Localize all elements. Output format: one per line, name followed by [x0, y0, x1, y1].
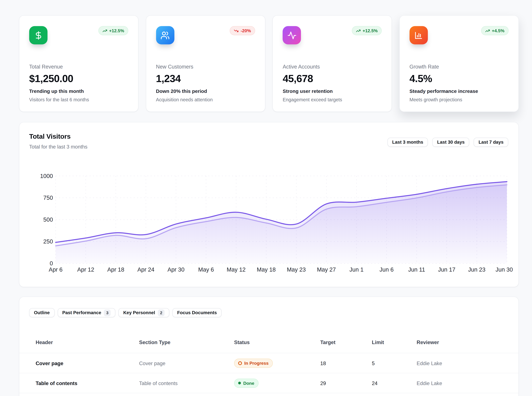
trending-up-icon	[356, 28, 360, 33]
activity-icon	[283, 26, 301, 44]
column-header-header: Header	[36, 339, 139, 345]
stat-line2: Visitors for the last 6 months	[29, 97, 128, 102]
stat-card-growth-rate: +4.5% Growth Rate 4.5% Steady performanc…	[399, 15, 519, 112]
trending-up-icon	[485, 28, 490, 33]
cell-section-type: Table of contents	[139, 380, 234, 386]
cell-status: In Progress	[234, 359, 320, 368]
svg-text:Jun 17: Jun 17	[438, 266, 455, 273]
svg-text:Apr 24: Apr 24	[137, 266, 155, 273]
stat-line1: Trending up this month	[29, 88, 128, 94]
stat-card-active-accounts: +12.5% Active Accounts 45,678 Strong use…	[273, 15, 392, 112]
cell-header: Cover page	[36, 360, 139, 366]
dollar-sign-icon	[29, 26, 48, 44]
done-dot-icon	[238, 382, 241, 384]
svg-text:Jun 30: Jun 30	[496, 266, 513, 273]
trend-badge: -20%	[230, 26, 255, 35]
trend-badge-label: +4.5%	[492, 28, 504, 33]
status-badge-in-progress: In Progress	[234, 359, 273, 368]
trend-badge-label: +12.5%	[109, 28, 124, 33]
column-header-reviewer: Reviewer	[417, 339, 502, 345]
chart-subtitle: Total for the last 3 months	[29, 144, 88, 150]
cell-limit: 5	[372, 360, 417, 366]
table-row[interactable]: Table of contents Table of contents Done…	[19, 373, 518, 393]
total-visitors-card: 02505007501000Apr 6Apr 12Apr 18Apr 24Apr…	[19, 122, 519, 287]
svg-text:Jun 1: Jun 1	[349, 266, 364, 273]
svg-text:May 6: May 6	[198, 266, 214, 273]
svg-text:750: 750	[43, 194, 53, 201]
stat-value: $1,250.00	[29, 73, 128, 84]
column-header-section-type: Section Type	[139, 339, 234, 345]
cell-status: Done	[234, 379, 320, 388]
svg-text:Apr 30: Apr 30	[167, 266, 185, 273]
svg-text:May 18: May 18	[257, 266, 276, 273]
column-header-limit: Limit	[372, 339, 417, 345]
stat-label: Active Accounts	[283, 64, 382, 70]
tab-label: Outline	[34, 310, 50, 315]
chart-header: Total Visitors Total for the last 3 mont…	[29, 133, 88, 150]
page-content: +12.5% Total Revenue $1,250.00 Trending …	[0, 0, 532, 396]
sections-table: Header Section Type Status Target Limit …	[19, 332, 518, 393]
range-button-last-30-days[interactable]: Last 30 days	[432, 138, 469, 147]
cell-section-type: Cover page	[139, 360, 234, 366]
stat-line1: Down 20% this period	[156, 88, 255, 94]
stat-cards-row: +12.5% Total Revenue $1,250.00 Trending …	[19, 15, 519, 112]
progress-ring-icon	[238, 361, 242, 365]
stat-line2: Engagement exceed targets	[283, 97, 382, 102]
cell-reviewer: Eddie Lake	[417, 380, 502, 386]
stat-line1: Steady performance increase	[409, 88, 508, 94]
stat-label: Growth Rate	[409, 64, 508, 70]
cell-target: 29	[320, 380, 372, 386]
status-label: Done	[243, 380, 254, 386]
range-button-last-3-months[interactable]: Last 3 months	[387, 138, 428, 147]
svg-text:Jun 6: Jun 6	[379, 266, 394, 273]
tab-focus-documents[interactable]: Focus Documents	[172, 308, 221, 317]
stat-value: 1,234	[156, 73, 255, 84]
column-header-status: Status	[234, 339, 320, 345]
stat-label: Total Revenue	[29, 64, 128, 70]
column-header-target: Target	[320, 339, 372, 345]
tab-label: Focus Documents	[177, 310, 217, 315]
tab-count-badge: 2	[158, 309, 165, 316]
tab-bar: Outline Past Performance 3 Key Personnel…	[29, 308, 518, 317]
table-header-row: Header Section Type Status Target Limit …	[19, 332, 518, 353]
stat-value: 4.5%	[409, 73, 508, 84]
trending-down-icon	[234, 28, 239, 33]
stat-line2: Acquisition needs attention	[156, 97, 255, 102]
status-badge-done: Done	[234, 379, 258, 388]
visitors-area-chart: 02505007501000Apr 6Apr 12Apr 18Apr 24Apr…	[19, 122, 519, 287]
stat-value: 45,678	[283, 73, 382, 84]
range-button-last-7-days[interactable]: Last 7 days	[474, 138, 508, 147]
cell-header: Table of contents	[36, 380, 139, 386]
tab-key-personnel[interactable]: Key Personnel 2	[119, 308, 169, 317]
svg-text:May 23: May 23	[287, 266, 306, 273]
svg-text:500: 500	[43, 216, 53, 223]
cell-reviewer: Eddie Lake	[417, 360, 502, 366]
tab-outline[interactable]: Outline	[29, 308, 54, 317]
svg-text:Jun 11: Jun 11	[408, 266, 425, 273]
svg-text:Apr 12: Apr 12	[77, 266, 94, 273]
stat-card-total-revenue: +12.5% Total Revenue $1,250.00 Trending …	[19, 15, 138, 112]
dashboard-page: +12.5% Total Revenue $1,250.00 Trending …	[0, 0, 532, 396]
svg-text:Apr 6: Apr 6	[49, 266, 62, 273]
trend-badge: +12.5%	[98, 26, 128, 35]
stat-line1: Strong user retention	[283, 88, 382, 94]
cell-limit: 24	[372, 380, 417, 386]
tab-label: Past Performance	[62, 310, 101, 315]
stat-line2: Meets growth projections	[409, 97, 508, 102]
chart-title: Total Visitors	[29, 133, 88, 140]
svg-text:Apr 18: Apr 18	[107, 266, 124, 273]
sections-table-card: Outline Past Performance 3 Key Personnel…	[19, 297, 519, 396]
table-row[interactable]: Cover page Cover page In Progress 18 5 E…	[19, 353, 518, 373]
tab-label: Key Personnel	[123, 310, 155, 315]
tab-past-performance[interactable]: Past Performance 3	[58, 308, 115, 317]
trend-badge: +12.5%	[352, 26, 382, 35]
trending-up-icon	[102, 28, 107, 33]
svg-text:250: 250	[43, 238, 53, 245]
svg-text:0: 0	[50, 260, 53, 267]
trend-badge-label: -20%	[241, 28, 251, 33]
svg-text:1000: 1000	[40, 173, 53, 179]
svg-text:Jun 23: Jun 23	[468, 266, 485, 273]
svg-text:May 12: May 12	[227, 266, 246, 273]
stat-label: New Customers	[156, 64, 255, 70]
stat-card-new-customers: -20% New Customers 1,234 Down 20% this p…	[146, 15, 265, 112]
